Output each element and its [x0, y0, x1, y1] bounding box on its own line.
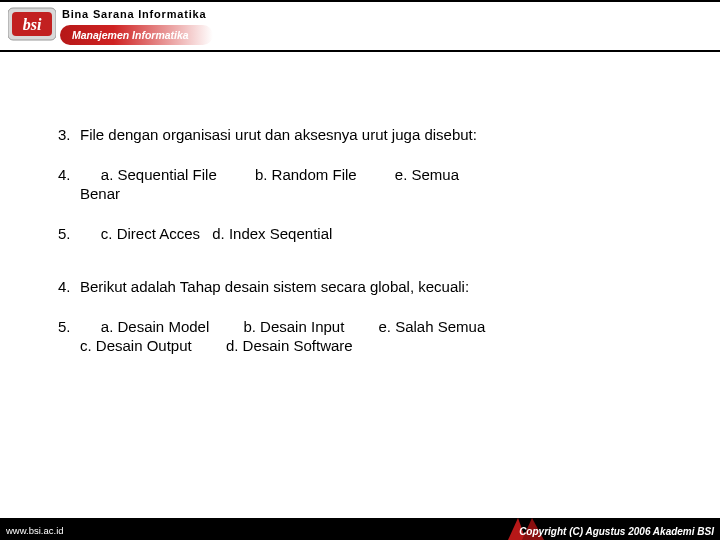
line4-number: 4. — [58, 165, 80, 204]
q4-line5-options: a. Desain Model b. Desain Input e. Salah… — [80, 317, 678, 356]
header: bsi Bina Sarana Informatika Manajemen In… — [0, 0, 720, 60]
q3-text: File dengan organisasi urut dan aksesnya… — [80, 125, 678, 145]
tagline-pill: Manajemen Informatika — [60, 25, 213, 45]
opt-d: d. Index Seqential — [212, 224, 332, 244]
line5-options: c. Direct Acces d. Index Seqential — [80, 224, 678, 244]
question-3: 3. File dengan organisasi urut dan akses… — [58, 125, 678, 145]
header-rule-top — [0, 0, 720, 2]
tagline-text: Manajemen Informatika — [72, 29, 189, 41]
q4-text: Berikut adalah Tahap desain sistem secar… — [80, 277, 678, 297]
q4-options-line-5: 5. a. Desain Model b. Desain Input e. Sa… — [58, 317, 678, 356]
org-name: Bina Sarana Informatika — [62, 8, 206, 20]
opt-e2: e. Salah Semua — [379, 317, 486, 337]
content-area: 3. File dengan organisasi urut dan akses… — [58, 125, 678, 376]
slide-page: bsi Bina Sarana Informatika Manajemen In… — [0, 0, 720, 540]
opt-e: e. Semua — [395, 165, 459, 185]
q3-options-line-4: 4. a. Sequential File b. Random File e. … — [58, 165, 678, 204]
q3-number: 3. — [58, 125, 80, 145]
opt-c2: c. Desain Output — [80, 336, 192, 356]
spacer — [58, 263, 678, 277]
line5-number: 5. — [58, 224, 80, 244]
bsi-logo-icon: bsi — [8, 4, 56, 44]
footer-url: www.bsi.ac.id — [6, 525, 64, 536]
line4-options: a. Sequential File b. Random File e. Sem… — [80, 165, 678, 204]
svg-text:bsi: bsi — [23, 16, 42, 33]
header-rule-bottom — [0, 50, 720, 52]
opt-b: b. Random File — [255, 165, 357, 185]
opt-d2: d. Desain Software — [226, 336, 353, 356]
opt-tail: Benar — [80, 185, 120, 202]
q4-number: 4. — [58, 277, 80, 297]
footer-copyright: Copyright (C) Agustus 2006 Akademi BSI — [519, 526, 714, 537]
opt-a2: a. Desain Model — [101, 317, 209, 337]
opt-a: a. Sequential File — [101, 165, 217, 185]
q3-options-line-5: 5. c. Direct Acces d. Index Seqential — [58, 224, 678, 244]
question-4: 4. Berikut adalah Tahap desain sistem se… — [58, 277, 678, 297]
footer: www.bsi.ac.id Copyright (C) Agustus 2006… — [0, 518, 720, 540]
opt-c: c. Direct Acces — [101, 224, 200, 244]
opt-b2: b. Desain Input — [243, 317, 344, 337]
q4-line5-number: 5. — [58, 317, 80, 356]
